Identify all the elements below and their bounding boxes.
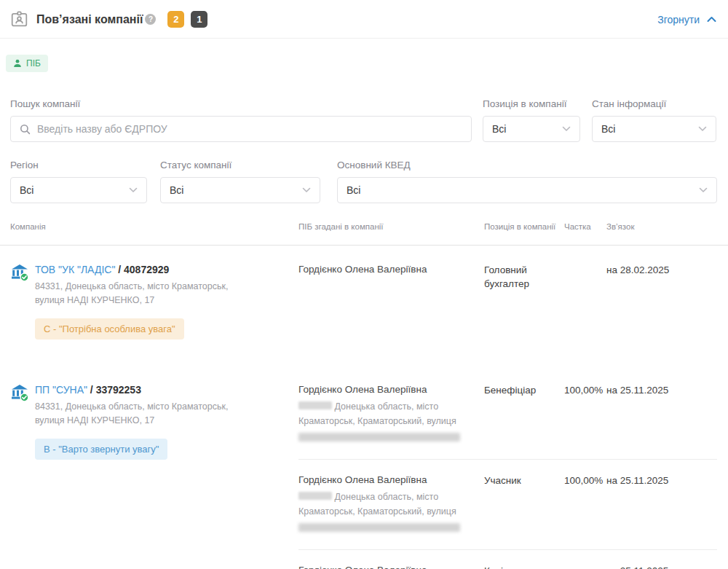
position-filter-label: Позиція в компанії — [483, 98, 580, 109]
column-header-person: ПІБ згадані в компанії — [298, 222, 484, 231]
panel-header: Пов’язані компанії ? 2 1 Згорнути — [0, 0, 728, 39]
column-header-link: Зв’язок — [606, 222, 717, 231]
redacted-text-block — [298, 523, 460, 532]
person-entry-row: Гордієнко Олена Валеріївна Керівник на 2… — [298, 549, 717, 569]
company-separator: / — [87, 384, 96, 396]
person-address: Донецька область, місто Краматорськ, Кра… — [298, 399, 479, 442]
company-cell: ПП "СУНА" / 33792253 84331, Донецька обл… — [10, 383, 298, 569]
filter-chip-pib[interactable]: ПІБ — [6, 55, 48, 72]
link-date-cell: на 25.11.2025 — [606, 383, 717, 442]
region-filter-select[interactable]: Всі — [10, 177, 147, 203]
position-cell: Бенефіціар — [484, 383, 564, 442]
company-status-filter-select[interactable]: Всі — [160, 177, 320, 203]
company-name-link[interactable]: ПП "СУНА" — [35, 384, 87, 396]
company-address: 84331, Донецька область, місто Краматорс… — [35, 280, 248, 307]
redacted-text-block — [298, 433, 460, 442]
person-entry-row: Гордієнко Олена Валеріївна Головний бухг… — [298, 263, 717, 308]
link-date-cell: на 25.11.2025 — [606, 474, 717, 532]
person-name: Гордієнко Олена Валеріївна — [298, 383, 484, 396]
person-cell: Гордієнко Олена Валеріївна — [298, 263, 484, 291]
person-name: Гордієнко Олена Валеріївна — [298, 474, 484, 487]
risk-score-badge[interactable]: С - "Потрібна особлива увага" — [35, 318, 184, 340]
person-address: Донецька область, місто Краматорськ, Кра… — [298, 490, 479, 532]
company-separator: / — [115, 264, 124, 275]
person-icon — [13, 59, 22, 68]
risk-score-badge[interactable]: В - "Варто звернути увагу" — [35, 439, 167, 460]
dark-count-badge: 1 — [191, 11, 207, 28]
position-cell: Головний бухгалтер — [484, 263, 564, 291]
position-cell: Керівник — [484, 564, 564, 569]
entries-column: Гордієнко Олена Валеріївна Донецька обла… — [298, 383, 717, 569]
redacted-text-block — [298, 401, 332, 409]
chevron-down-icon — [698, 126, 707, 132]
region-filter-value: Всі — [20, 184, 33, 196]
entries-column: Гордієнко Олена Валеріївна Головний бухг… — [298, 263, 717, 340]
person-name: Гордієнко Олена Валеріївна — [298, 263, 484, 276]
person-entry-row: Гордієнко Олена Валеріївна Донецька обла… — [298, 459, 717, 549]
kved-filter-select[interactable]: Всі — [337, 177, 717, 203]
search-icon — [20, 124, 31, 135]
kved-filter-label: Основний КВЕД — [337, 160, 717, 170]
person-name: Гордієнко Олена Валеріївна — [298, 564, 484, 569]
info-state-filter-select[interactable]: Всі — [592, 116, 716, 142]
position-filter-select[interactable]: Всі — [483, 116, 580, 142]
company-status-filter-label: Статус компанії — [160, 160, 320, 170]
table-header-row: Компанія ПІБ згадані в компанії Позиція … — [0, 203, 728, 246]
search-input[interactable] — [37, 123, 464, 135]
page-title: Пов’язані компанії — [36, 13, 143, 26]
filters-section: Пошук компанії Позиція в компанії Всі Ст… — [0, 72, 728, 203]
redacted-text-block — [298, 492, 332, 500]
table-row: ПП "СУНА" / 33792253 84331, Донецька обл… — [0, 366, 728, 569]
chevron-up-icon — [707, 16, 716, 23]
person-entry-row: Гордієнко Олена Валеріївна Донецька обла… — [298, 383, 717, 459]
company-address: 84331, Донецька область, місто Краматорс… — [35, 400, 248, 428]
chevron-down-icon — [302, 187, 311, 193]
person-cell: Гордієнко Олена Валеріївна — [298, 564, 484, 569]
company-building-icon — [10, 384, 29, 402]
company-status-filter-value: Всі — [170, 184, 183, 196]
company-cell: ТОВ "УК "ЛАДІС" / 40872929 84331, Донець… — [10, 263, 298, 340]
filter-chip-label: ПІБ — [26, 58, 41, 68]
person-cell: Гордієнко Олена Валеріївна Донецька обла… — [298, 383, 484, 442]
company-search-field[interactable] — [10, 116, 472, 142]
active-filters-row: ПІБ — [0, 39, 728, 72]
link-date-cell: на 28.02.2025 — [606, 263, 717, 291]
column-header-company: Компанія — [10, 222, 298, 231]
person-cell: Гордієнко Олена Валеріївна Донецька обла… — [298, 474, 484, 532]
orange-count-badge: 2 — [167, 11, 184, 28]
share-cell — [564, 564, 606, 569]
column-header-position: Позиція в компанії — [484, 222, 564, 231]
company-building-icon — [10, 264, 29, 282]
help-icon[interactable]: ? — [145, 14, 156, 25]
table-body: ТОВ "УК "ЛАДІС" / 40872929 84331, Донець… — [0, 246, 728, 569]
search-label: Пошук компанії — [10, 98, 472, 109]
collapse-button[interactable]: Згорнути — [657, 14, 716, 25]
position-filter-value: Всі — [492, 123, 506, 135]
info-state-filter-label: Стан інформації — [592, 98, 716, 109]
share-cell: 100,00% — [564, 474, 606, 532]
region-filter-label: Регіон — [10, 160, 147, 170]
share-cell: 100,00% — [564, 383, 606, 442]
chevron-down-icon — [562, 126, 571, 132]
info-state-filter-value: Всі — [601, 123, 615, 135]
collapse-label: Згорнути — [657, 14, 700, 25]
kved-filter-value: Всі — [347, 184, 360, 196]
link-date-cell: на 25.11.2025 — [606, 564, 717, 569]
chevron-down-icon — [699, 187, 708, 193]
position-cell: Учасник — [484, 474, 564, 532]
company-edrpou: 33792253 — [96, 384, 141, 396]
company-name-link[interactable]: ТОВ "УК "ЛАДІС" — [35, 264, 115, 275]
id-badge-icon — [10, 10, 28, 28]
chevron-down-icon — [129, 187, 138, 193]
table-row: ТОВ "УК "ЛАДІС" / 40872929 84331, Донець… — [0, 246, 728, 340]
company-edrpou: 40872929 — [124, 264, 169, 275]
column-header-share: Частка — [564, 222, 606, 231]
share-cell — [564, 263, 606, 291]
count-badges: 2 1 — [167, 11, 207, 28]
